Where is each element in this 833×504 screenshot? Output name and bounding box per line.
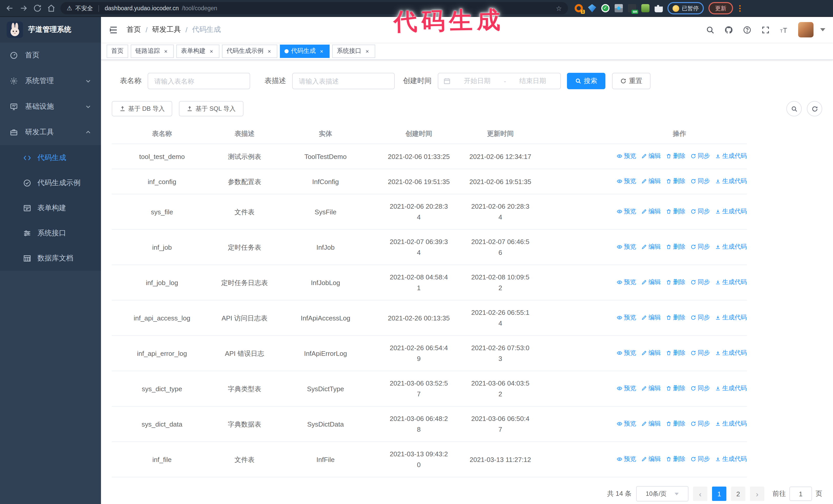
table-desc-input[interactable] (292, 73, 395, 89)
bookmark-star-icon[interactable]: ☆ (556, 4, 562, 12)
delete-link[interactable]: 删除 (666, 312, 685, 323)
fullscreen-icon[interactable] (761, 25, 770, 34)
view-tab[interactable]: 代码生成示例 × (222, 44, 277, 58)
extension-icon[interactable]: on (628, 4, 636, 12)
close-icon[interactable]: × (318, 48, 325, 54)
page-size-select[interactable]: 10条/页 (636, 486, 688, 501)
browser-back-icon[interactable] (5, 4, 14, 13)
generate-code-link[interactable]: 生成代码 (715, 454, 747, 464)
delete-link[interactable]: 删除 (666, 454, 685, 464)
generate-code-link[interactable]: 生成代码 (715, 383, 747, 394)
preview-link[interactable]: 预览 (617, 312, 636, 323)
browser-home-icon[interactable] (47, 4, 56, 13)
date-range-picker[interactable]: 开始日期 - 结束日期 (438, 73, 561, 89)
edit-link[interactable]: 编辑 (641, 277, 661, 288)
view-tab[interactable]: 链路追踪 × (131, 44, 174, 58)
import-db-button[interactable]: 基于 DB 导入 (112, 101, 172, 116)
generate-code-link[interactable]: 生成代码 (715, 176, 747, 187)
edit-link[interactable]: 编辑 (641, 151, 661, 162)
browser-reload-icon[interactable] (33, 4, 42, 13)
view-tab[interactable]: 首页 (106, 44, 128, 58)
close-icon[interactable]: × (266, 48, 273, 54)
sidebar-item-system-api[interactable]: 系统接口 (0, 220, 101, 246)
github-icon[interactable] (724, 25, 733, 34)
edit-link[interactable]: 编辑 (641, 418, 661, 429)
avatar-caret-icon[interactable] (820, 28, 825, 31)
search-icon[interactable] (706, 25, 715, 34)
extension-icon[interactable] (615, 4, 623, 12)
preview-link[interactable]: 预览 (617, 347, 636, 358)
browser-forward-icon[interactable] (19, 4, 28, 13)
table-name-input[interactable] (148, 73, 250, 89)
sidebar-item-home[interactable]: 首页 (0, 43, 101, 68)
sync-link[interactable]: 同步 (690, 347, 710, 358)
sync-link[interactable]: 同步 (690, 176, 710, 187)
sync-link[interactable]: 同步 (690, 312, 710, 323)
generate-code-link[interactable]: 生成代码 (715, 312, 747, 323)
browser-update-button[interactable]: 更新 (709, 2, 733, 14)
toggle-search-button[interactable] (786, 101, 802, 116)
delete-link[interactable]: 删除 (666, 347, 685, 358)
generate-code-link[interactable]: 生成代码 (715, 347, 747, 358)
delete-link[interactable]: 删除 (666, 418, 685, 429)
delete-link[interactable]: 删除 (666, 151, 685, 162)
preview-link[interactable]: 预览 (617, 206, 636, 217)
preview-link[interactable]: 预览 (617, 151, 636, 162)
page-button-2[interactable]: 2 (731, 486, 745, 501)
preview-link[interactable]: 预览 (617, 277, 636, 288)
view-tab[interactable]: 表单构建 × (176, 44, 219, 58)
sidebar-item-codegen[interactable]: 代码生成 (0, 145, 101, 170)
sidebar-item-devtools[interactable]: 研发工具 (0, 119, 101, 145)
extension-icon[interactable] (588, 4, 596, 12)
browser-menu-icon[interactable] (738, 5, 742, 11)
next-page-button[interactable]: › (750, 486, 764, 501)
page-button-1[interactable]: 1 (712, 486, 727, 501)
view-tab[interactable]: 系统接口 × (332, 44, 375, 58)
delete-link[interactable]: 删除 (666, 176, 685, 187)
edit-link[interactable]: 编辑 (641, 454, 661, 464)
menu-fold-icon[interactable] (109, 25, 118, 34)
generate-code-link[interactable]: 生成代码 (715, 151, 747, 162)
import-sql-button[interactable]: 基于 SQL 导入 (179, 101, 243, 116)
sync-link[interactable]: 同步 (690, 277, 710, 288)
delete-link[interactable]: 删除 (666, 277, 685, 288)
profile-paused-badge[interactable]: 已暂停 (667, 2, 704, 14)
breadcrumb-item[interactable]: 首页 (127, 25, 141, 34)
view-tab[interactable]: 代码生成 × (280, 44, 330, 58)
breadcrumb-item[interactable]: 研发工具 (152, 25, 181, 34)
sync-link[interactable]: 同步 (690, 454, 710, 464)
close-icon[interactable]: × (163, 48, 169, 54)
sync-link[interactable]: 同步 (690, 151, 710, 162)
sidebar-item-db-doc[interactable]: 数据库文档 (0, 246, 101, 271)
refresh-table-button[interactable] (807, 101, 822, 116)
sync-link[interactable]: 同步 (690, 206, 710, 217)
preview-link[interactable]: 预览 (617, 241, 636, 252)
edit-link[interactable]: 编辑 (641, 206, 661, 217)
generate-code-link[interactable]: 生成代码 (715, 277, 747, 288)
preview-link[interactable]: 预览 (617, 454, 636, 464)
generate-code-link[interactable]: 生成代码 (715, 206, 747, 217)
generate-code-link[interactable]: 生成代码 (715, 418, 747, 429)
prev-page-button[interactable]: ‹ (693, 486, 708, 501)
url-bar[interactable]: ⚠ 不安全 dashboard.yudao.iocoder.cn/tool/co… (61, 2, 568, 14)
goto-page-input[interactable] (789, 486, 812, 501)
delete-link[interactable]: 删除 (666, 383, 685, 394)
edit-link[interactable]: 编辑 (641, 347, 661, 358)
help-icon[interactable] (743, 25, 752, 34)
delete-link[interactable]: 删除 (666, 206, 685, 217)
sync-link[interactable]: 同步 (690, 383, 710, 394)
edit-link[interactable]: 编辑 (641, 241, 661, 252)
sidebar-item-codegen-demo[interactable]: 代码生成示例 (0, 170, 101, 195)
close-icon[interactable]: × (208, 48, 215, 54)
extension-icon[interactable]: 1 (575, 4, 583, 12)
reset-button[interactable]: 重置 (612, 73, 650, 89)
preview-link[interactable]: 预览 (617, 176, 636, 187)
search-button[interactable]: 搜索 (567, 73, 605, 89)
edit-link[interactable]: 编辑 (641, 312, 661, 323)
preview-link[interactable]: 预览 (617, 383, 636, 394)
sidebar-item-system[interactable]: 系统管理 (0, 68, 101, 94)
generate-code-link[interactable]: 生成代码 (715, 241, 747, 252)
edit-link[interactable]: 编辑 (641, 383, 661, 394)
sync-link[interactable]: 同步 (690, 418, 710, 429)
extensions-puzzle-icon[interactable] (654, 4, 663, 12)
